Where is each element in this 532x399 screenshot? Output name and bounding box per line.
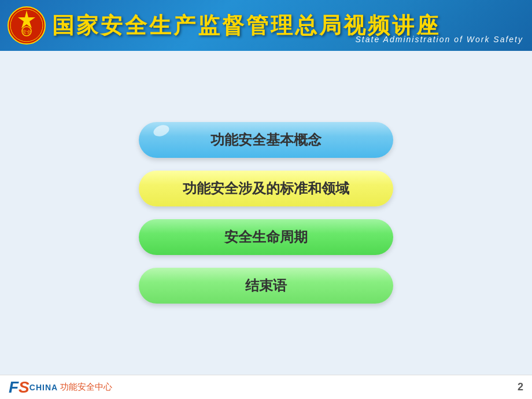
header: 安全 国家安全生产监督管理总局视频讲座 State Administration… xyxy=(0,0,532,51)
footer-page-number: 2 xyxy=(518,381,523,393)
menu-item-4-label: 结束语 xyxy=(245,276,287,295)
header-logo-emblem: 安全 xyxy=(7,6,46,45)
footer-f-letter: F xyxy=(9,378,19,396)
svg-text:安全: 安全 xyxy=(22,29,31,35)
menu-item-2[interactable]: 功能安全涉及的标准和领域 xyxy=(139,171,393,206)
footer-china-text: CHINA xyxy=(29,383,58,392)
footer: FS CHINA 功能安全中心 2 xyxy=(0,375,532,399)
menu-item-2-label: 功能安全涉及的标准和领域 xyxy=(183,179,349,198)
menu-item-3[interactable]: 安全生命周期 xyxy=(139,219,393,255)
header-subtitle-english: State Administration of Work Safety xyxy=(356,35,523,44)
footer-s-letter: S xyxy=(19,378,29,396)
menu-item-4[interactable]: 结束语 xyxy=(139,268,393,304)
footer-subtitle-chinese: 功能安全中心 xyxy=(60,382,112,393)
menu-item-1-label: 功能安全基本概念 xyxy=(210,131,322,149)
main-content: 功能安全基本概念 功能安全涉及的标准和领域 安全生命周期 结束语 xyxy=(0,51,532,375)
footer-logo: FS CHINA 功能安全中心 xyxy=(9,378,112,397)
menu-item-3-label: 安全生命周期 xyxy=(224,228,308,246)
footer-logo-fs: FS xyxy=(9,378,29,397)
menu-item-1[interactable]: 功能安全基本概念 xyxy=(139,122,393,158)
